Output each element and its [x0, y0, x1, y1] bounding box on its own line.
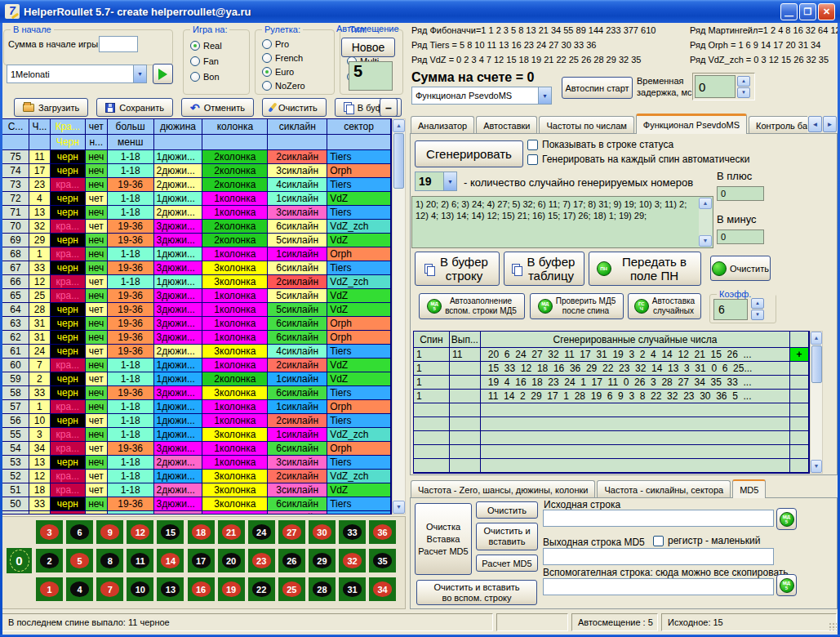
md5-clear-paste-button[interactable]: Очистить и вставить: [476, 523, 538, 550]
table-row[interactable]: 5212кра...чет1-181дюжи...3колонка2сиклай…: [2, 470, 391, 483]
roulette-cell-13[interactable]: 13: [157, 577, 184, 601]
md5-calc-button[interactable]: Расчет MD5: [476, 555, 538, 572]
brush-button[interactable]: Очистить: [262, 98, 327, 117]
roulette-cell-23[interactable]: 23: [248, 549, 275, 572]
md5-clear-paste-aux-button[interactable]: Очистить и вставить во вспом. строку: [416, 580, 537, 605]
profile-combo[interactable]: 1Melonati ▼: [7, 65, 147, 83]
roulette-cell-3[interactable]: 3: [36, 520, 63, 544]
radio-french[interactable]: French: [262, 51, 334, 65]
send-to-pn-button[interactable]: ПН Передать в поле ПН: [589, 252, 701, 286]
roulette-cell-11[interactable]: 11: [127, 549, 153, 572]
roulette-cell-28[interactable]: 28: [309, 577, 336, 601]
scrollbar-thumb[interactable]: [811, 345, 822, 383]
md5-big-button[interactable]: ОчисткаВставкаРасчет MD5: [415, 503, 472, 575]
chevron-down-icon[interactable]: ▼: [538, 87, 551, 104]
chevron-down-icon[interactable]: ▼: [443, 172, 456, 190]
autoshift-value-field[interactable]: 5: [349, 61, 393, 91]
radio-euro[interactable]: Euro: [262, 65, 334, 78]
scroll-up-icon[interactable]: ▲: [393, 119, 405, 132]
md5-source-input[interactable]: [543, 510, 774, 527]
radio-nozero[interactable]: NoZero: [262, 78, 334, 92]
table-row[interactable]: 571кра...неч1-181дюжи...1колонка1сиклайн…: [2, 400, 391, 414]
minus-value-field[interactable]: 0: [717, 229, 764, 244]
scroll-down-icon[interactable]: ▼: [393, 501, 405, 514]
roulette-cell-0[interactable]: 0: [7, 548, 32, 573]
roulette-cell-36[interactable]: 36: [369, 520, 396, 544]
clear-generated-button[interactable]: Очистить: [710, 256, 771, 281]
folder-open-button[interactable]: Загрузить: [14, 98, 88, 117]
roulette-cell-33[interactable]: 33: [339, 520, 366, 544]
table-row[interactable]: 5833черннеч19-363дюжи...3колонка6сиклайн…: [2, 386, 391, 400]
new-button[interactable]: Новое: [341, 38, 395, 57]
scroll-down-icon[interactable]: ▼: [699, 235, 712, 247]
roulette-cell-14[interactable]: 14: [157, 549, 184, 572]
autospin-start-button[interactable]: Автоспин старт: [562, 77, 633, 99]
close-icon[interactable]: ✕: [818, 3, 835, 20]
radio-pro[interactable]: Pro: [262, 37, 334, 51]
md5-aux-input[interactable]: [543, 578, 774, 595]
maximize-button[interactable]: ❐: [799, 3, 816, 20]
roulette-cell-31[interactable]: 31: [339, 577, 366, 601]
md5-output-input[interactable]: [543, 548, 774, 565]
table-row[interactable]: 724чернчет1-181дюжи...1колонка1сиклайнVd…: [2, 192, 391, 206]
md5-run-button[interactable]: МД5: [776, 508, 797, 530]
roulette-cell-2[interactable]: 2: [36, 549, 63, 572]
table-row[interactable]: 607кра...неч1-181дюжи...1колонка2сиклайн…: [2, 359, 391, 372]
roulette-cell-21[interactable]: 21: [218, 520, 245, 544]
spin-table-row[interactable]: 115 33 12 18 16 36 29 22 23 32 14 13 3 3…: [414, 362, 809, 376]
table-row[interactable]: 7113черннеч1-182дюжи...1колонка3сиклайнT…: [2, 206, 391, 220]
roulette-cell-16[interactable]: 16: [188, 577, 215, 601]
roulette-cell-10[interactable]: 10: [127, 577, 153, 601]
generated-area-scrollbar[interactable]: ▲ ▼: [699, 198, 712, 247]
roulette-cell-12[interactable]: 12: [127, 520, 153, 544]
tab-3[interactable]: Частоты по числам: [539, 116, 633, 134]
scroll-up-icon[interactable]: ▲: [699, 198, 712, 209]
spin-table-row[interactable]: 119 4 16 18 23 24 1 17 11 0 26 3 28 27 3…: [414, 376, 809, 390]
tab-1[interactable]: Анализатор: [411, 116, 474, 134]
scroll-up-icon[interactable]: ▲: [811, 332, 822, 345]
generated-numbers-area[interactable]: 1) 20; 2) 6; 3) 24; 4) 27; 5) 32; 6) 11;…: [411, 196, 713, 248]
table-row[interactable]: 7511черннеч1-181дюжи...2колонка2сиклайнT…: [2, 150, 391, 164]
table-row[interactable]: 6929черннеч19-363дюжи...2колонка5сиклайн…: [2, 234, 391, 247]
roulette-cell-18[interactable]: 18: [188, 520, 215, 544]
table-row[interactable]: 6331черннеч19-363дюжи...1колонка6сиклайн…: [2, 317, 391, 331]
table-row[interactable]: 5434кра...чет19-363дюжи...1колонка6сикла…: [2, 442, 391, 456]
roulette-cell-27[interactable]: 27: [278, 520, 305, 544]
table-row[interactable]: 5118кра...чет1-182дюжи...3колонка3сиклай…: [2, 483, 391, 497]
resize-grip[interactable]: [829, 622, 837, 630]
roulette-cell-9[interactable]: 9: [96, 520, 123, 544]
check-md5-button[interactable]: МД5 Проверить МД5 после спина: [530, 293, 624, 319]
autofill-md5-button[interactable]: МД5 Автозаполнение вспом. строки МД5: [419, 293, 525, 319]
title-bar[interactable]: 7 HelperRoullet 5.7- create helperroulle…: [0, 0, 840, 23]
table-row[interactable]: 7417черннеч1-182дюжи...2колонка3сиклайнO…: [2, 164, 391, 178]
roulette-cell-32[interactable]: 32: [339, 549, 366, 572]
coef-value-field[interactable]: 6: [713, 299, 748, 320]
tab-scroll-left-icon[interactable]: ◄: [808, 116, 822, 132]
table-row[interactable]: 7323кра...неч19-362дюжи...2колонка4сикла…: [2, 178, 391, 192]
freq-tab-2[interactable]: Частота - сиклайны, сектора: [597, 480, 731, 498]
roulette-cell-8[interactable]: 8: [96, 549, 123, 572]
collapse-button[interactable]: –: [380, 98, 398, 117]
md5-clear-button[interactable]: Очистить: [476, 501, 538, 519]
table-row[interactable]: 5610чернчет1-181дюжи...1колонка2сиклайнT…: [2, 414, 391, 428]
roulette-cell-25[interactable]: 25: [278, 577, 305, 601]
undo-button[interactable]: ↶Отменить: [181, 98, 254, 117]
roulette-cell-26[interactable]: 26: [278, 549, 305, 572]
spin-table-row[interactable]: 111 14 2 29 17 1 28 19 6 9 3 8 22 32 23 …: [414, 390, 809, 403]
delay-value-field[interactable]: 0: [695, 75, 736, 98]
scrollbar-thumb[interactable]: [393, 133, 404, 189]
table-row[interactable]: 7032кра...чет19-363дюжи...2колонка6сикла…: [2, 220, 391, 234]
chevron-down-icon[interactable]: ▼: [133, 65, 146, 82]
spinner-down-icon[interactable]: ▼: [751, 310, 764, 320]
table-row[interactable]: 592чернчет1-181дюжи...2колонка1сиклайнVd…: [2, 372, 391, 386]
generate-button[interactable]: Сгенерировать: [415, 140, 523, 167]
roulette-cell-19[interactable]: 19: [218, 577, 245, 601]
roulette-cell-22[interactable]: 22: [248, 577, 275, 601]
table-row[interactable]: 5313черннеч1-182дюжи...1колонка3сиклайнT…: [2, 456, 391, 470]
radio-bon[interactable]: Bon: [190, 69, 249, 83]
spin-table-row[interactable]: 11120 6 24 27 32 11 17 31 19 3 2 4 14 12…: [414, 348, 809, 362]
autobet-random-button[interactable]: ГСЧ Автоставка случайных: [628, 293, 701, 319]
roulette-cell-24[interactable]: 24: [248, 520, 275, 544]
roulette-cell-6[interactable]: 6: [66, 520, 93, 544]
table-row[interactable]: 6733черннеч19-363дюжи...3колонка6сиклайн…: [2, 261, 391, 275]
